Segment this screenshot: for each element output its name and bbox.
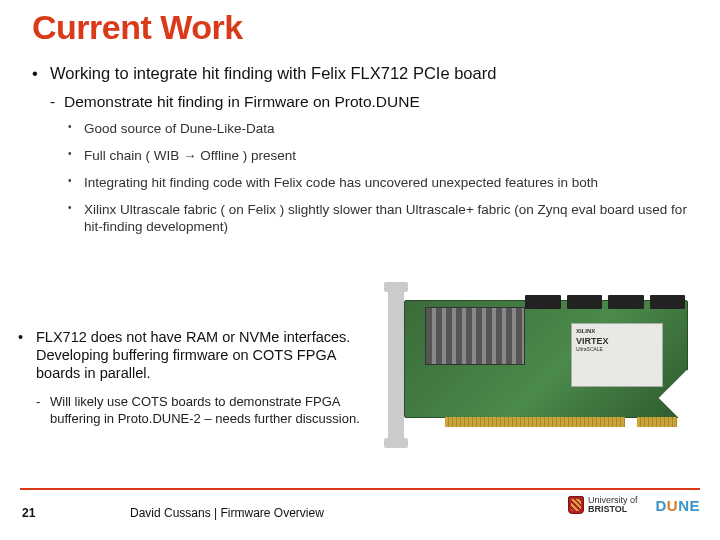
bristol-logo: University of BRISTOL xyxy=(568,496,638,514)
bullet-l2: Demonstrate hit finding in Firmware on P… xyxy=(50,93,700,235)
footer-text: David Cussans | Firmware Overview xyxy=(130,506,324,520)
pcie-fingers xyxy=(445,417,625,427)
crest-icon xyxy=(568,496,584,514)
bullet-l3: Full chain ( WIB → Offline ) present xyxy=(64,148,700,165)
bullet-l3: Xilinx Ultrascale fabric ( on Felix ) sl… xyxy=(64,202,700,236)
bullet-text: Demonstrate hit finding in Firmware on P… xyxy=(64,93,420,110)
dune-logo: DUNE xyxy=(655,497,700,514)
pcie-bracket xyxy=(388,290,404,440)
dune-d: D xyxy=(655,497,666,514)
bullet-l1: FLX712 does not have RAM or NVMe interfa… xyxy=(18,328,368,427)
bullet-l3: Integrating hit finding code with Felix … xyxy=(64,175,700,192)
bullet-l2: Will likely use COTS boards to demonstra… xyxy=(36,394,368,427)
content-block-2: FLX712 does not have RAM or NVMe interfa… xyxy=(18,320,368,427)
fpga-chip-label: XILINX VIRTEX UltraSCALE xyxy=(571,323,663,387)
slide-title: Current Work xyxy=(32,8,243,47)
chip-brand: XILINX xyxy=(576,328,658,335)
content-block-1: Working to integrate hit finding with Fe… xyxy=(32,56,700,235)
heatsink xyxy=(425,307,525,365)
bristol-line2: BRISTOL xyxy=(588,505,638,514)
footer-rule xyxy=(20,488,700,490)
dune-u: U xyxy=(667,497,678,514)
chip-family: VIRTEX xyxy=(576,337,658,347)
bullet-l3: Good source of Dune-Like-Data xyxy=(64,121,700,138)
dune-ne: NE xyxy=(678,497,700,514)
top-connectors xyxy=(525,295,685,309)
board-image: XILINX VIRTEX UltraSCALE xyxy=(396,296,696,446)
bullet-text: FLX712 does not have RAM or NVMe interfa… xyxy=(36,329,350,381)
bullet-text: Working to integrate hit finding with Fe… xyxy=(50,64,496,82)
bullet-l1: Working to integrate hit finding with Fe… xyxy=(32,64,700,235)
page-number: 21 xyxy=(22,506,35,520)
pcie-fingers-short xyxy=(637,417,677,427)
pcb: XILINX VIRTEX UltraSCALE xyxy=(404,300,688,418)
chip-series: UltraSCALE xyxy=(576,347,658,353)
footer-logos: University of BRISTOL DUNE xyxy=(568,496,700,514)
